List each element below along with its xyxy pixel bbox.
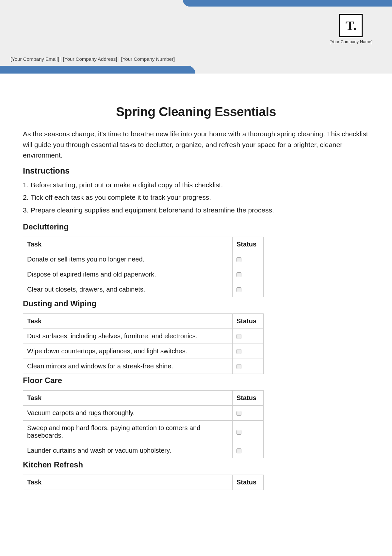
section-heading: Decluttering <box>23 222 369 231</box>
column-header-status: Status <box>233 313 264 329</box>
instruction-item: 2.Tick off each task as you complete it … <box>23 193 369 202</box>
task-checkbox[interactable] <box>237 349 241 354</box>
column-header-task: Task <box>23 313 233 329</box>
task-table: TaskStatusVacuum carpets and rugs thorou… <box>23 390 264 458</box>
status-cell <box>233 344 264 359</box>
task-cell: Clear out closets, drawers, and cabinets… <box>23 282 233 297</box>
document-body: Spring Cleaning Essentials As the season… <box>0 74 392 490</box>
instructions-list: 1.Before starting, print out or make a d… <box>23 180 369 215</box>
page-title: Spring Cleaning Essentials <box>23 105 369 119</box>
task-cell: Sweep and mop hard floors, paying attent… <box>23 420 233 443</box>
column-header-status: Status <box>233 390 264 405</box>
company-email-placeholder: [Your Company Email] <box>10 56 59 62</box>
column-header-task: Task <box>23 237 233 252</box>
task-cell: Vacuum carpets and rugs thoroughly. <box>23 405 233 420</box>
task-checkbox[interactable] <box>237 287 241 292</box>
task-checkbox[interactable] <box>237 257 241 262</box>
company-number-placeholder: [Your Company Number] <box>121 56 175 62</box>
table-row: Sweep and mop hard floors, paying attent… <box>23 420 264 443</box>
logo-block: T. [Your Company Name] <box>330 14 372 44</box>
section-heading: Floor Care <box>23 376 369 385</box>
status-cell <box>233 405 264 420</box>
task-checkbox[interactable] <box>237 272 241 277</box>
task-checkbox[interactable] <box>237 364 241 369</box>
task-cell: Dust surfaces, including shelves, furnit… <box>23 329 233 344</box>
table-row: Vacuum carpets and rugs thoroughly. <box>23 405 264 420</box>
contact-info-line: [Your Company Email] | [Your Company Add… <box>10 56 175 62</box>
status-cell <box>233 252 264 267</box>
instruction-item: 3.Prepare cleaning supplies and equipmen… <box>23 205 369 215</box>
status-cell <box>233 420 264 443</box>
task-table: TaskStatusDust surfaces, including shelv… <box>23 313 264 374</box>
company-address-placeholder: [Your Company Address] <box>63 56 117 62</box>
task-checkbox[interactable] <box>237 334 241 339</box>
status-cell <box>233 443 264 458</box>
instructions-heading: Instructions <box>23 166 369 176</box>
task-checkbox[interactable] <box>237 448 241 453</box>
section-heading: Dusting and Wiping <box>23 299 369 308</box>
task-table: TaskStatusDonate or sell items you no lo… <box>23 237 264 297</box>
column-header-status: Status <box>233 237 264 252</box>
task-cell: Dispose of expired items and old paperwo… <box>23 267 233 282</box>
decorative-bar-bottom <box>0 66 195 74</box>
status-cell <box>233 267 264 282</box>
table-row: Wipe down countertops, appliances, and l… <box>23 344 264 359</box>
task-cell: Wipe down countertops, appliances, and l… <box>23 344 233 359</box>
company-name-placeholder: [Your Company Name] <box>330 39 372 44</box>
table-row: Dust surfaces, including shelves, furnit… <box>23 329 264 344</box>
instruction-item: 1.Before starting, print out or make a d… <box>23 180 369 190</box>
table-row: Donate or sell items you no longer need. <box>23 252 264 267</box>
status-cell <box>233 282 264 297</box>
table-row: Launder curtains and wash or vacuum upho… <box>23 443 264 458</box>
logo-icon: T. <box>339 14 363 37</box>
task-checkbox[interactable] <box>237 430 241 435</box>
intro-paragraph: As the seasons change, it's time to brea… <box>23 129 369 161</box>
status-cell <box>233 329 264 344</box>
letterhead-header: T. [Your Company Name] [Your Company Ema… <box>0 0 392 74</box>
section-heading: Kitchen Refresh <box>23 460 369 469</box>
column-header-status: Status <box>233 475 264 490</box>
table-row: Clean mirrors and windows for a streak-f… <box>23 359 264 374</box>
task-cell: Donate or sell items you no longer need. <box>23 252 233 267</box>
task-checkbox[interactable] <box>237 411 241 416</box>
task-table: TaskStatus <box>23 475 264 490</box>
decorative-bar-top <box>183 0 392 7</box>
column-header-task: Task <box>23 475 233 490</box>
table-row: Dispose of expired items and old paperwo… <box>23 267 264 282</box>
column-header-task: Task <box>23 390 233 405</box>
status-cell <box>233 359 264 374</box>
task-cell: Launder curtains and wash or vacuum upho… <box>23 443 233 458</box>
table-row: Clear out closets, drawers, and cabinets… <box>23 282 264 297</box>
task-cell: Clean mirrors and windows for a streak-f… <box>23 359 233 374</box>
